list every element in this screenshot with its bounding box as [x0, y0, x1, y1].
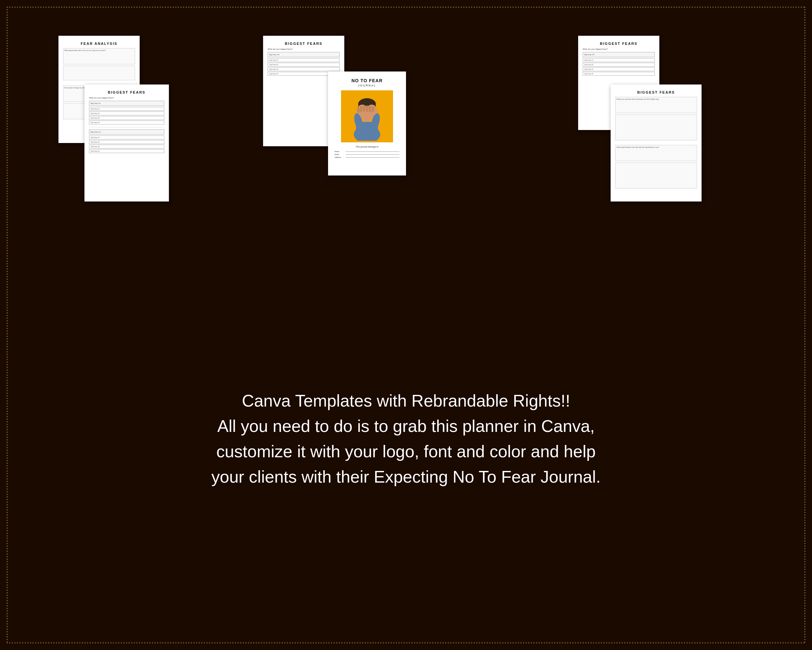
cover-image — [341, 90, 393, 142]
bf-right-q2: What would freedom from fear look like s… — [617, 146, 696, 148]
fear-analysis-title: FEAR ANALYSIS — [58, 41, 140, 46]
bf-right-a2-box — [615, 162, 697, 188]
sub-fear-r4: Sub Fear #4 — [583, 72, 655, 76]
sf-l7: Sub Fear #3 — [89, 145, 164, 148]
sf-l8: Sub Fear #4 — [89, 149, 164, 153]
cover-address-line — [346, 157, 400, 158]
sub-fear-r3: Sub Fear #3 — [583, 67, 655, 71]
bf-center-back-bigfear1: Big Fear #3 — [268, 52, 340, 57]
description-line1: Canva Templates with Rebrandable Rights!… — [242, 391, 570, 410]
pages-wrapper: FEAR ANALYSIS What opportunities will I … — [42, 26, 770, 237]
fear-question-1: What opportunities will I miss out on if… — [64, 49, 134, 51]
svg-rect-14 — [372, 107, 374, 112]
description-line2: All you need to do is to grab this plann… — [217, 417, 595, 436]
bf-right-back-bigfear: Big Fear #5 — [583, 52, 655, 57]
bf-right-q2-box: What would freedom from fear look like s… — [615, 145, 697, 161]
bf-right-title: BIGGEST FEARS — [611, 90, 702, 94]
cover-field-name: Name — [334, 150, 400, 153]
cover-email-label: Email — [334, 153, 344, 155]
sf-l2: Sub Fear #2 — [89, 112, 164, 115]
description-line4: your clients with their Expecting No To … — [211, 467, 601, 486]
divider-1 — [89, 127, 164, 127]
sf-l1: Sub Fear #1 — [89, 107, 164, 111]
cover-subtitle: JOURNAL — [328, 84, 406, 87]
cover-field-address: Address — [334, 156, 400, 158]
cover-address-label: Address — [334, 156, 344, 158]
sf-l3: Sub Fear #3 — [89, 116, 164, 120]
biggest-fears-left-front: BIGGEST FEARS What are your biggest fear… — [84, 84, 169, 202]
svg-rect-12 — [366, 106, 368, 112]
cover-name-label: Name — [334, 150, 344, 153]
svg-rect-11 — [363, 106, 365, 112]
biggest-fears-right-front: BIGGEST FEARS Would you say these fears … — [611, 84, 702, 202]
bf-right-back-title: BIGGEST FEARS — [578, 41, 659, 46]
sf-l6: Sub Fear #2 — [89, 140, 164, 144]
description-line3: customize it with your logo, font and co… — [216, 442, 596, 461]
sub-fear-c3: Sub Fear #3 — [268, 67, 340, 71]
cover-email-line — [346, 154, 400, 155]
pages-section: FEAR ANALYSIS What opportunities will I … — [16, 16, 796, 244]
sub-fear-c2: Sub Fear #2 — [268, 63, 340, 67]
fear-question-1-box: What opportunities will I miss out on if… — [63, 48, 135, 64]
cover-belongs-text: This journal belongs to — [328, 145, 406, 148]
description-text: Canva Templates with Rebrandable Rights!… — [211, 388, 601, 489]
sub-fear-r2: Sub Fear #2 — [583, 63, 655, 67]
bf-left-subtitle: What are your biggest fears? — [89, 97, 164, 99]
svg-rect-10 — [360, 106, 362, 112]
bf-center-back-title: BIGGEST FEARS — [263, 41, 344, 46]
cover-field-email: Email — [334, 153, 400, 155]
sub-fear-c1: Sub Fear #1 — [268, 58, 340, 62]
fear-answer-1-box — [63, 66, 135, 80]
sf-l4: Sub Fear #4 — [89, 121, 164, 124]
bf-right-a1-box — [615, 115, 697, 141]
bf-left-title: BIGGEST FEARS — [84, 90, 169, 94]
bf-left-bigfear2: Big Fear #2 — [89, 129, 164, 135]
bf-center-back-subtitle: What are your biggest fears? — [268, 48, 340, 50]
svg-rect-9 — [357, 107, 360, 112]
cover-title: NO TO FEAR — [328, 78, 406, 83]
cover-name-line — [346, 151, 400, 152]
bf-left-bigfear1: Big Fear #1 — [89, 101, 164, 106]
right-back-partial: Big F... Sub... Sub... Sub... Sub... — [611, 88, 612, 153]
cover-page: NO TO FEAR JOURNAL — [328, 72, 406, 176]
sub-fear-r1: Sub Fear #1 — [583, 58, 655, 62]
text-section: Canva Templates with Rebrandable Rights!… — [16, 244, 796, 634]
person-covering-face-icon — [346, 92, 388, 141]
main-container: FEAR ANALYSIS What opportunities will I … — [16, 16, 796, 634]
sf-l5: Sub Fear #1 — [89, 136, 164, 139]
bf-right-q1: Would you say these fears dominate your … — [617, 98, 696, 100]
svg-rect-13 — [369, 106, 371, 112]
bf-right-back-subtitle: What are your biggest fears? — [583, 48, 655, 50]
bf-right-q1-box: Would you say these fears dominate your … — [615, 97, 697, 113]
